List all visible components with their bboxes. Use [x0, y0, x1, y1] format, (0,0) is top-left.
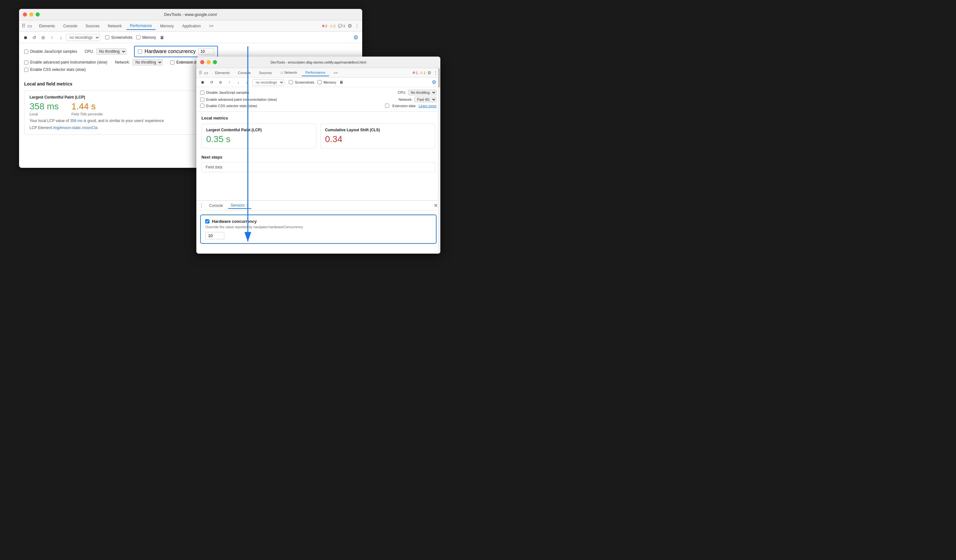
- traffic-lights-back: [23, 13, 40, 17]
- front-reload-btn[interactable]: ↺: [208, 79, 215, 86]
- back-reload-btn[interactable]: ↺: [30, 34, 38, 41]
- back-disable-js-input[interactable]: [24, 50, 28, 54]
- front-inspect-icon[interactable]: ⠿: [199, 70, 202, 76]
- front-drawer-close[interactable]: ✕: [434, 203, 438, 209]
- front-tab-performance[interactable]: Performance: [302, 69, 329, 76]
- front-option-row1: Disable JavaScript samples CPU: No throt…: [200, 90, 437, 95]
- device-icon[interactable]: ▭: [27, 23, 32, 29]
- minimize-button-back[interactable]: [29, 13, 33, 17]
- front-screenshots-input[interactable]: [289, 80, 293, 84]
- maximize-button-front[interactable]: [213, 60, 217, 64]
- back-lcp-field-group: 1.44 s Field 75th percentile: [71, 101, 103, 116]
- back-tab-application[interactable]: Application: [178, 22, 204, 30]
- front-local-metrics-title: Local metrics: [201, 116, 435, 120]
- back-disable-js-samples[interactable]: Disable JavaScript samples: [24, 49, 77, 54]
- back-advanced-paint-input[interactable]: [24, 60, 28, 64]
- front-hw-panel-checkbox[interactable]: [205, 219, 209, 223]
- back-lcp-local-value: 358 ms: [30, 101, 59, 112]
- front-memory-input[interactable]: [318, 80, 322, 84]
- back-cpu-select[interactable]: No throttling: [96, 48, 126, 55]
- front-drawer-tab-console[interactable]: Console: [206, 203, 226, 209]
- front-settings-icon[interactable]: ⚙: [427, 70, 431, 76]
- back-download-btn[interactable]: ↓: [57, 34, 65, 41]
- front-cpu-throttle: CPU: No throttling: [398, 90, 437, 95]
- back-more-icon[interactable]: ⋮: [355, 23, 360, 29]
- front-css-selector[interactable]: Enable CSS selector stats (slow): [200, 104, 257, 108]
- front-disable-js[interactable]: Disable JavaScript samples: [200, 91, 249, 95]
- close-button-front[interactable]: [200, 60, 204, 64]
- front-screenshots-checkbox[interactable]: Screenshots: [289, 80, 314, 84]
- back-tab-more[interactable]: >>: [205, 22, 217, 30]
- front-disable-js-input[interactable]: [200, 91, 204, 95]
- back-advanced-paint[interactable]: Enable advanced paint instrumentation (s…: [24, 60, 107, 64]
- front-tab-more[interactable]: >>: [330, 69, 341, 76]
- back-settings-icon[interactable]: ⚙: [347, 23, 352, 29]
- back-tab-memory[interactable]: Memory: [156, 22, 178, 30]
- front-network-select[interactable]: Fast 4G: [414, 97, 437, 102]
- back-css-selector-input[interactable]: [24, 68, 28, 72]
- front-record-btn[interactable]: ⏺: [199, 79, 206, 86]
- back-memory-input[interactable]: [136, 35, 140, 39]
- front-css-selector-input[interactable]: [200, 104, 204, 108]
- inspect-icon[interactable]: ⠿: [22, 23, 25, 29]
- back-hw-concurrency-box: Hardware concurrency 10: [134, 46, 218, 57]
- back-options-row1: Disable JavaScript samples CPU: No throt…: [24, 46, 357, 57]
- front-home-btn[interactable]: ⌂: [244, 79, 251, 86]
- back-hw-concurrency-check[interactable]: [138, 50, 142, 54]
- back-window-title: DevTools - www.google.com/: [164, 12, 217, 17]
- minimize-button-front[interactable]: [206, 60, 211, 64]
- back-screenshots-checkbox[interactable]: Screenshots: [105, 35, 132, 40]
- front-tab-elements[interactable]: Elements: [211, 69, 234, 76]
- front-advanced-paint-input[interactable]: [200, 98, 204, 102]
- back-tab-network[interactable]: Network: [104, 22, 126, 30]
- front-tab-sources[interactable]: Sources: [255, 69, 275, 76]
- back-network-throttle: Network: No throttling: [115, 59, 163, 66]
- front-learn-more-link[interactable]: Learn more: [419, 104, 437, 108]
- front-cpu-select[interactable]: No throttling: [408, 90, 437, 95]
- front-hw-panel-input[interactable]: 10: [205, 232, 224, 239]
- back-hw-concurrency-input[interactable]: 10: [198, 48, 214, 55]
- back-clear-btn[interactable]: ⊘: [39, 34, 47, 41]
- back-ext-data-input[interactable]: [170, 60, 175, 64]
- front-ext-data: Extension data Learn more: [385, 104, 437, 108]
- close-button-back[interactable]: [23, 13, 27, 17]
- front-tab-network[interactable]: ⚠ Network: [277, 69, 301, 76]
- front-local-metrics: Local metrics Largest Contentful Paint (…: [197, 112, 440, 152]
- back-info-badge: 💬 3: [338, 24, 345, 28]
- back-lcp-inline-value[interactable]: 358 ms: [70, 118, 82, 123]
- back-record-btn[interactable]: ⏺: [22, 34, 29, 41]
- front-ext-data-input[interactable]: [385, 104, 389, 108]
- front-device-icon[interactable]: ▭: [204, 70, 208, 76]
- front-memory-checkbox[interactable]: Memory: [318, 80, 336, 84]
- front-tab-console[interactable]: Console: [234, 69, 255, 76]
- back-css-selector[interactable]: Enable CSS selector stats (slow): [24, 68, 86, 72]
- back-tab-sources[interactable]: Sources: [82, 22, 103, 30]
- front-recordings-select[interactable]: no recordings: [252, 79, 285, 85]
- back-upload-btn[interactable]: ↑: [48, 34, 56, 41]
- front-scrollbar-thumb: [438, 68, 440, 87]
- back-tab-elements[interactable]: Elements: [35, 22, 59, 30]
- front-more-icon[interactable]: ⋮: [433, 70, 438, 76]
- back-settings-gear-btn[interactable]: ⚙: [352, 34, 360, 41]
- back-network-select[interactable]: No throttling: [132, 59, 163, 66]
- front-clear-btn[interactable]: ⊘: [217, 79, 224, 86]
- back-tab-console[interactable]: Console: [60, 22, 81, 30]
- front-settings-gear-btn[interactable]: ⚙: [430, 79, 438, 86]
- front-download-btn[interactable]: ↓: [234, 79, 242, 86]
- back-screenshots-input[interactable]: [105, 35, 109, 39]
- front-advanced-paint[interactable]: Enable advanced paint instrumentation (s…: [200, 98, 277, 102]
- front-drawer-dots[interactable]: ⋮: [199, 203, 204, 209]
- front-lcp-card-label: Largest Contentful Paint (LCP): [206, 128, 312, 132]
- front-sensors-close[interactable]: ✕: [246, 204, 249, 207]
- front-upload-btn[interactable]: ↑: [226, 79, 233, 86]
- front-toolbar: ⏺ ↺ ⊘ ↑ ↓ ⌂ no recordings Screenshots Me…: [197, 77, 440, 87]
- back-recordings-select[interactable]: no recordings: [66, 34, 100, 41]
- maximize-button-back[interactable]: [36, 13, 40, 17]
- back-lcp-element-link[interactable]: img#moon-static.moonCta: [53, 126, 97, 130]
- back-memory-checkbox[interactable]: Memory: [136, 35, 156, 40]
- back-lcp-field-sub: Field 75th percentile: [71, 112, 103, 116]
- front-scrollbar[interactable]: [438, 68, 440, 253]
- back-tab-performance[interactable]: Performance: [126, 22, 156, 30]
- front-memory-icon: 🖥: [339, 80, 343, 85]
- front-drawer-tab-sensors[interactable]: Sensors ✕: [228, 203, 251, 209]
